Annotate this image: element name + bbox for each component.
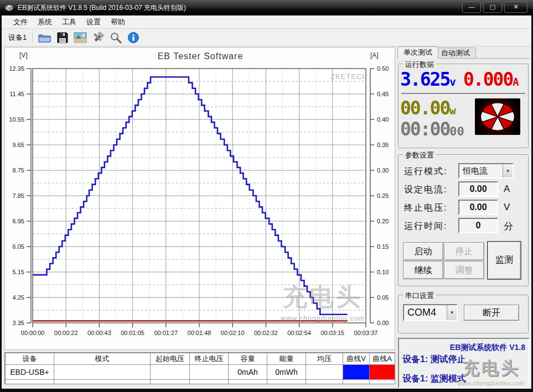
power-display: 00.00w (400, 97, 456, 119)
run-time-unit: 分 (504, 220, 513, 233)
snapshot-icon[interactable] (73, 31, 87, 44)
table-header-cell: 模式 (54, 353, 151, 365)
device-tab[interactable]: 设备1 (2, 30, 31, 45)
info-icon[interactable] (126, 31, 141, 44)
table-cell (54, 365, 151, 380)
set-current-unit: A (504, 184, 510, 195)
display-separator (401, 93, 525, 94)
y-left-tick-label: 6.05 (5, 243, 24, 250)
y-right-tick-label: 0.15 (377, 243, 396, 250)
menu-item-1[interactable]: 文件 (8, 15, 33, 29)
group-serial-label: 串口设置 (403, 291, 436, 301)
watermark-logo-text: 充电头 (451, 357, 531, 380)
y-right-tick-label: 0.00 (377, 320, 396, 327)
client-area: 文件系统工具设置帮助 设备1 (2, 15, 531, 389)
open-folder-icon[interactable] (38, 31, 52, 44)
tab-auto-test[interactable]: 自动测试 (435, 48, 476, 58)
zoom-icon[interactable] (108, 31, 123, 44)
y-right-tick-label: 0.50 (377, 65, 396, 72)
group-params-label: 参数设置 (403, 150, 436, 160)
menu-item-2[interactable]: 系统 (33, 15, 57, 29)
maximize-button[interactable]: ▢ (483, 1, 502, 13)
app-window: EB测试系统软件 V1.8.5 (Build 2016-03-07 充电头特别版… (0, 0, 533, 392)
y-right-tick-label: 0.35 (377, 142, 396, 149)
run-mode-label: 运行模式: (404, 166, 447, 177)
y-left-tick-label: 9.65 (5, 142, 24, 149)
stop-button[interactable]: 停止 (444, 242, 484, 260)
chart-title: EB Tester Software (5, 51, 396, 61)
run-mode-select[interactable]: 恒电流 ▼ (458, 163, 514, 179)
table-cell: 0mWh (267, 365, 306, 380)
tools-icon[interactable] (91, 31, 105, 44)
com-port-select[interactable]: COM4 ▼ (403, 304, 458, 321)
run-time-label: 运行时间: (404, 221, 447, 232)
set-current-field[interactable]: 0.00 (458, 181, 498, 197)
tab-strip: 单次测试 自动测试 (397, 46, 530, 59)
table-cell (190, 365, 229, 380)
menu-item-5[interactable]: 帮助 (106, 15, 130, 29)
menu-item-3[interactable]: 工具 (57, 15, 81, 29)
table-cell (190, 380, 229, 385)
monitor-button[interactable]: 监测 (487, 241, 521, 280)
x-tick-label: 00:00:00 (16, 330, 49, 336)
title-bar[interactable]: EB测试系统软件 V1.8.5 (Build 2016-03-07 充电头特别版… (0, 0, 533, 15)
set-current-label: 设定电流: (404, 184, 447, 196)
menu-bar: 文件系统工具设置帮助 (2, 15, 531, 29)
y-right-tick-label: 0.10 (377, 269, 396, 276)
x-tick-label: 00:02:54 (283, 330, 316, 336)
table-cell: 0mAh (229, 365, 267, 380)
group-serial: 串口设置 COM4 ▼ 断开 (398, 295, 529, 333)
y-right-tick-label: 0.25 (377, 192, 396, 200)
minimize-button[interactable]: — (462, 1, 481, 13)
y-right-tick-label: 0.40 (377, 116, 396, 123)
toolbar-separator (32, 32, 33, 43)
y-left-tick-label: 6.95 (5, 218, 24, 225)
tab-single-test[interactable]: 单次测试 (397, 46, 438, 59)
start-button[interactable]: 启动 (403, 242, 443, 260)
table-cell (306, 380, 343, 385)
table-header-cell: 起始电压 (151, 353, 190, 365)
save-icon[interactable] (55, 31, 70, 44)
table-cell (54, 380, 151, 385)
left-axis-unit: [V] (19, 51, 28, 59)
cutoff-voltage-field[interactable]: 0.00 (458, 200, 498, 215)
chevron-down-icon[interactable]: ▼ (447, 305, 457, 320)
y-right-tick-label: 0.20 (377, 218, 396, 225)
table-cell (229, 380, 267, 385)
table-cell: EBD-USB+ (6, 365, 54, 380)
disconnect-button[interactable]: 断开 (464, 305, 519, 321)
brand-label: ZKETECH (330, 72, 368, 81)
time-display: 00:0000 (400, 118, 464, 140)
chart-panel: EB Tester Software [V] [A] ZKETECH 12.35… (4, 47, 395, 350)
y-left-tick-label: 4.25 (5, 294, 24, 301)
curve-v-swatch[interactable] (343, 365, 370, 380)
group-run-data: 运行数据 3.625v 0.000A 00.00w 00:0000 (398, 64, 529, 148)
x-tick-label: 00:01:05 (116, 330, 149, 336)
adjust-button[interactable]: 调整 (444, 261, 484, 279)
table-cell (267, 380, 306, 385)
close-button[interactable]: ✕ (504, 1, 527, 13)
y-left-tick-label: 3.35 (5, 320, 24, 327)
table-header-cell: 曲线A (370, 353, 395, 365)
chevron-down-icon[interactable]: ▼ (503, 164, 513, 177)
voltage-display: 3.625v (400, 69, 456, 90)
watermark-corner: 充电头 www.chongdiantou.com (451, 357, 531, 386)
cutoff-voltage-unit: V (504, 202, 510, 213)
device-table: 设备模式起始电压终止电压容量能量均压曲线V曲线AEBD-USB+0mAh0mWh (4, 352, 395, 384)
run-mode-value: 恒电流 (459, 166, 503, 176)
window-title: EB测试系统软件 V1.8.5 (Build 2016-03-07 充电头特别版… (18, 3, 186, 13)
cutoff-voltage-label: 终止电压: (404, 202, 447, 214)
resume-button[interactable]: 继续 (403, 261, 443, 279)
x-tick-label: 00:02:32 (249, 330, 282, 336)
menu-item-4[interactable]: 设置 (81, 15, 106, 29)
x-tick-label: 00:01:27 (149, 330, 183, 336)
x-tick-label: 00:00:43 (82, 330, 116, 336)
run-time-field[interactable]: 0 (458, 218, 498, 233)
x-tick-label: 00:01:48 (183, 330, 216, 336)
curve-a-swatch[interactable] (370, 365, 395, 380)
table-header-cell: 曲线V (343, 353, 370, 365)
x-tick-label: 00:03:37 (349, 330, 382, 336)
table-cell (6, 380, 54, 385)
table-header-cell: 容量 (229, 353, 267, 365)
group-params: 参数设置 运行模式: 恒电流 ▼ 设定电流: 0.00 A 终止电压: 0.00… (398, 154, 529, 286)
